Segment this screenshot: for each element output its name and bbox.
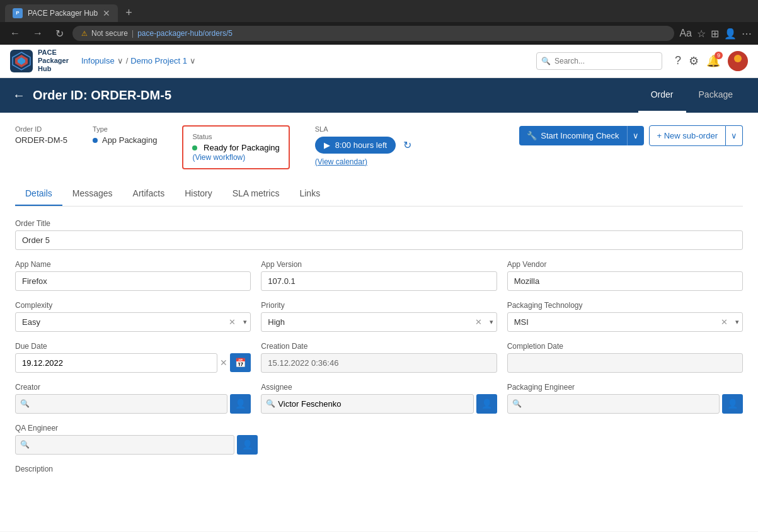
assignee-person-button[interactable]: 👤 (476, 394, 497, 414)
browser-chrome: P PACE Packager Hub ✕ + (0, 0, 758, 22)
header-icons: ? ⚙ 🔔 9 (675, 51, 748, 71)
back-nav-button[interactable]: ← (6, 26, 24, 40)
packaging-tech-select[interactable]: MSI App-V MSIX (507, 312, 743, 332)
header-search[interactable]: 🔍 (536, 52, 662, 70)
breadcrumb-org[interactable]: Infopulse (81, 56, 115, 65)
due-date-input[interactable] (15, 353, 217, 373)
packaging-engineer-input[interactable] (507, 394, 720, 414)
new-sub-order-dropdown[interactable]: ∨ (726, 125, 743, 146)
page-title: Order ID: ORDER-DM-5 (33, 78, 638, 113)
new-tab-button[interactable]: + (123, 4, 135, 22)
status-box: Status Ready for Packaging (View workflo… (182, 125, 289, 169)
url-warning-text: Not secure (91, 29, 128, 38)
sla-timer-button[interactable]: ▶ 8:00 hours left (315, 137, 396, 154)
complexity-select[interactable]: Easy Medium Hard (15, 312, 251, 332)
url-text: pace-packager-hub/orders/5 (137, 29, 233, 38)
sla-refresh-icon[interactable]: ↻ (403, 139, 411, 151)
new-sub-order-split: + New sub-order ∨ (649, 125, 743, 146)
sla-row: ▶ 8:00 hours left ↻ (315, 137, 411, 154)
search-input[interactable] (536, 52, 662, 70)
collections-icon[interactable]: ⊞ (711, 28, 719, 40)
settings-icon[interactable]: ⚙ (689, 54, 699, 68)
tab-order[interactable]: Order (638, 78, 686, 113)
assignee-group: Assignee 🔍 👤 (261, 383, 497, 414)
qa-engineer-person-button[interactable]: 👤 (237, 435, 258, 455)
browser-tab[interactable]: P PACE Packager Hub ✕ (5, 4, 118, 22)
tab-messages[interactable]: Messages (62, 182, 123, 206)
priority-clear-icon[interactable]: ✕ (475, 317, 482, 327)
close-tab-button[interactable]: ✕ (103, 8, 110, 18)
priority-col: Priority High Medium Low ✕ ▾ (261, 301, 497, 342)
qa-engineer-input[interactable] (15, 435, 234, 455)
packaging-tech-label: Packaging Technology (507, 301, 743, 310)
tab-package[interactable]: Package (686, 78, 745, 113)
tab-sla-metrics[interactable]: SLA metrics (222, 182, 290, 206)
creation-date-label: Creation Date (261, 342, 497, 351)
priority-select[interactable]: High Medium Low (261, 312, 497, 332)
qa-row: QA Engineer 🔍 👤 (15, 424, 743, 465)
assignee-input[interactable] (261, 394, 473, 414)
qa-engineer-label: QA Engineer (15, 424, 258, 433)
tab-history[interactable]: History (175, 182, 222, 206)
tab-favicon: P (13, 8, 23, 18)
qa-engineer-search-icon: 🔍 (20, 440, 30, 449)
reader-mode-icon[interactable]: Aa (679, 28, 692, 39)
app-logo: PACE Packager Hub (10, 48, 69, 74)
start-incoming-check-dropdown[interactable]: ∨ (627, 126, 644, 145)
browser-address-bar: ← → ↻ ⚠ Not secure | pace-packager-hub/o… (0, 22, 758, 45)
app-version-col: App Version (261, 260, 497, 301)
favorites-icon[interactable]: ☆ (697, 28, 706, 40)
packaging-tech-clear-icon[interactable]: ✕ (721, 317, 728, 327)
user-avatar[interactable] (728, 51, 748, 71)
app-vendor-input[interactable] (507, 271, 743, 291)
complexity-select-wrapper: Easy Medium Hard ✕ ▾ (15, 312, 251, 332)
forward-nav-button[interactable]: → (29, 26, 47, 40)
breadcrumb-separator: ∨ (117, 56, 123, 65)
tab-links[interactable]: Links (289, 182, 330, 206)
action-buttons: 🔧 Start Incoming Check ∨ + New sub-order… (519, 125, 743, 146)
tab-artifacts[interactable]: Artifacts (123, 182, 175, 206)
due-date-clear-icon[interactable]: ✕ (220, 358, 227, 368)
start-incoming-check-button[interactable]: 🔧 Start Incoming Check (519, 126, 626, 145)
more-icon[interactable]: ⋯ (742, 28, 752, 40)
profile-icon[interactable]: 👤 (724, 28, 737, 40)
new-sub-order-button[interactable]: + New sub-order (649, 125, 726, 146)
reload-button[interactable]: ↻ (52, 26, 67, 41)
help-icon[interactable]: ? (675, 54, 681, 67)
description-label: Description (15, 465, 743, 473)
priority-label: Priority (261, 301, 497, 310)
app-name-label: App Name (15, 260, 251, 269)
app-version-group: App Version (261, 260, 497, 291)
complexity-clear-icon[interactable]: ✕ (229, 317, 236, 327)
app-name-col: App Name (15, 260, 251, 301)
assignee-label: Assignee (261, 383, 497, 392)
order-title-label: Order Title (15, 219, 743, 228)
priority-select-wrapper: High Medium Low ✕ ▾ (261, 312, 497, 332)
tab-title: PACE Packager Hub (28, 9, 98, 18)
order-title-input[interactable] (15, 230, 743, 250)
dates-row: Due Date ✕ 📅 Creation Date Completion Da… (15, 342, 743, 383)
status-dot (192, 145, 197, 150)
main-content: Order ID ORDER-DM-5 Type App Packaging S… (0, 113, 758, 531)
app-vendor-col: App Vendor (507, 260, 743, 301)
view-workflow-link[interactable]: (View workflow) (192, 153, 245, 162)
creator-input[interactable] (15, 394, 227, 414)
app-version-input[interactable] (261, 271, 497, 291)
url-bar[interactable]: ⚠ Not secure | pace-packager-hub/orders/… (72, 26, 674, 41)
tab-details[interactable]: Details (15, 182, 62, 206)
notification-badge: 9 (715, 52, 723, 59)
app-name-input[interactable] (15, 271, 251, 291)
completion-date-col: Completion Date (507, 342, 743, 383)
breadcrumb-project[interactable]: Demo Project 1 (130, 56, 187, 65)
completion-date-label: Completion Date (507, 342, 743, 351)
due-date-calendar-button[interactable]: 📅 (230, 353, 251, 372)
packaging-engineer-wrapper: 🔍 👤 (507, 394, 743, 414)
breadcrumb-project-arrow: ∨ (190, 56, 196, 65)
view-calendar-link[interactable]: (View calendar) (315, 157, 411, 166)
creator-person-button[interactable]: 👤 (230, 394, 251, 414)
creation-date-group: Creation Date (261, 342, 497, 373)
notifications-icon[interactable]: 🔔 9 (706, 54, 720, 68)
back-button[interactable]: ← (13, 78, 25, 113)
packaging-engineer-person-button[interactable]: 👤 (722, 394, 743, 414)
play-icon: ▶ (324, 140, 330, 150)
